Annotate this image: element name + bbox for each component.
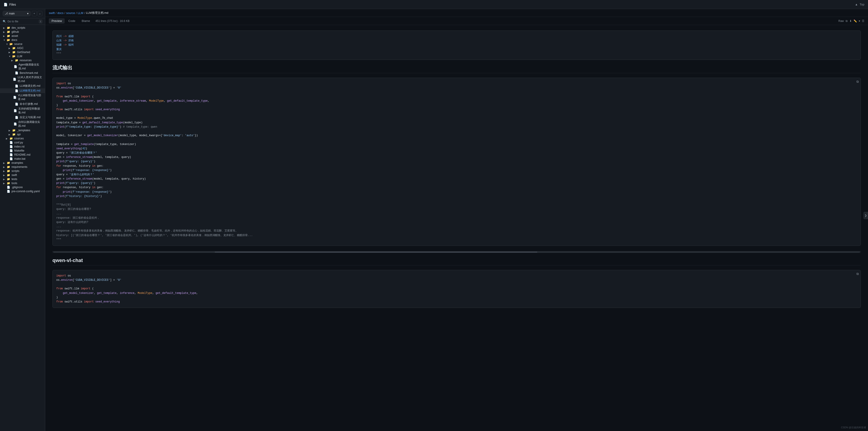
sidebar-item-label: requirements — [11, 165, 27, 168]
file-icon: 📄 — [15, 116, 18, 119]
sidebar-item-tools[interactable]: ▶ 📁 tools — [0, 181, 45, 185]
breadcrumb-filename: LLM推理文档.md — [86, 11, 108, 15]
go-to-file[interactable]: 🔍 Go to file t — [0, 18, 45, 25]
branch-selector[interactable]: ⎇ main ▾ — [3, 11, 31, 16]
folder-icon: 📁 — [7, 173, 10, 177]
sidebar-item-README[interactable]: ▶ 📄 README.md — [0, 153, 45, 157]
tab-code[interactable]: Code — [66, 18, 78, 24]
sidebar-item-index[interactable]: ▶ 📄 index.rst — [0, 144, 45, 148]
sidebar-item-cources[interactable]: ▶ 📁 cources — [0, 136, 45, 140]
copy-code-button-2[interactable]: ⧉ — [857, 272, 859, 276]
sidebar-item-conf[interactable]: ▶ 📄 conf.py — [0, 140, 45, 144]
chevron-right-icon: ▶ — [3, 170, 5, 172]
sidebar-item-label: 支持的模型和数据集.md — [18, 107, 43, 114]
folder-icon: 📁 — [7, 30, 10, 33]
sidebar-item-gitignore[interactable]: ▶ 📄 .gitignore — [0, 185, 45, 189]
sidebar-item-Agent[interactable]: ▶ 📄 Agent微调最佳实践.md — [0, 62, 45, 71]
copy-button[interactable]: ⧉ — [846, 20, 848, 23]
sidebar-item-LLMtrain[interactable]: ▶ 📄 LLM人类对齐训练文档.md — [0, 75, 45, 84]
sidebar-item-LLMpush[interactable]: ▶ 📄 LLM推理文档.md — [0, 88, 45, 93]
copy-code-button[interactable]: ⧉ — [857, 80, 859, 84]
breadcrumb-sep: / — [84, 11, 85, 15]
sidebar-item-custom[interactable]: ▶ 📄 自定义与拓展.md — [0, 115, 45, 120]
sidebar-item-label: LLM微调文档.md — [20, 84, 40, 88]
sidebar-item-api[interactable]: ▶ 📁 api — [0, 132, 45, 136]
sidebar-item-Benchmark[interactable]: ▶ 📄 Benchmark.md — [0, 71, 45, 75]
chevron-right-icon: ▶ — [8, 129, 11, 132]
file-icon: 📄 — [13, 78, 16, 81]
chevron-right-icon: ▶ — [11, 59, 13, 62]
sidebar-item-models[interactable]: ▶ 📄 支持的模型和数据集.md — [0, 106, 45, 115]
collapse-panel-button[interactable]: ❯ — [864, 212, 868, 219]
breadcrumb-LLM[interactable]: LLM — [78, 11, 83, 15]
folder-icon: 📁 — [12, 46, 16, 50]
sidebar-item-LLM[interactable]: ▼ 📂 LLM — [0, 54, 45, 58]
chevron-right-icon: ▶ — [3, 35, 5, 37]
sidebar: ⎇ main ▾ + ⌕ 🔍 Go to file t ▶ 📁 dev_scri… — [0, 9, 45, 431]
chevron-right-icon: ▶ — [3, 27, 5, 29]
sidebar-item-label: 自转以微调最佳实践.md — [18, 120, 43, 128]
add-file-button[interactable]: + — [32, 11, 37, 16]
tab-preview[interactable]: Preview — [49, 18, 65, 24]
sidebar-item-VLLM[interactable]: ▶ 📄 VLLM推理加速与部署.md — [0, 93, 45, 102]
sidebar-item-tests[interactable]: ▶ 📁 tests — [0, 177, 45, 181]
sidebar-item-label: VLLM推理加速与部署.md — [18, 94, 43, 101]
edit-button[interactable]: ✏️ — [854, 20, 857, 23]
sidebar-item-label: LLM推理文档.md — [20, 89, 40, 93]
sidebar-item-label: dev_scripts — [11, 26, 25, 29]
download-button[interactable]: ⬇ — [849, 20, 852, 23]
sidebar-item-requirements[interactable]: ▶ 📁 requirements — [0, 165, 45, 169]
list-button[interactable]: ☰ — [862, 20, 864, 23]
tab-blame[interactable]: Blame — [79, 18, 93, 24]
sidebar-item-scripts[interactable]: ▶ 📁 scripts — [0, 169, 45, 173]
sidebar-item-docs[interactable]: ▼ 📂 docs — [0, 38, 45, 42]
sidebar-item-resources[interactable]: ▶ 📁 resources — [0, 58, 45, 62]
sidebar-item-LLMmicro[interactable]: ▶ 📄 LLM微调文档.md — [0, 84, 45, 88]
sidebar-item-makebat[interactable]: ▶ 📄 make.bat — [0, 157, 45, 161]
file-icon: 📄 — [13, 109, 17, 112]
sidebar-header: ⎇ main ▾ + ⌕ — [0, 9, 45, 18]
top-link[interactable]: ▲ Top — [855, 3, 864, 6]
sidebar-item-GetStarted[interactable]: ▶ 📁 GetStarted — [0, 50, 45, 54]
breadcrumb-source[interactable]: source — [66, 11, 75, 15]
sidebar-item-examples[interactable]: ▶ 📁 examples — [0, 161, 45, 165]
sidebar-item-Makefile[interactable]: ▶ 📄 Makefile — [0, 148, 45, 153]
file-icon: 📄 — [9, 141, 13, 144]
sidebar-item-label: _templates — [17, 129, 30, 132]
sidebar-item-github[interactable]: ▶ 📁 github — [0, 30, 45, 34]
raw-button[interactable]: Raw — [838, 20, 844, 23]
folder-icon: 📁 — [7, 26, 10, 29]
sidebar-item-label: asset — [11, 34, 18, 37]
top-bar-title: 📄 Files — [4, 3, 16, 6]
app-title: Files — [9, 3, 16, 6]
folder-icon: 📁 — [15, 59, 18, 62]
sidebar-item-autofine[interactable]: ▶ 📄 自转以微调最佳实践.md — [0, 120, 45, 128]
breadcrumb-swift[interactable]: swift — [49, 11, 55, 15]
markdown-content: 四川 -> 成都 山东 -> 济南 福建 -> 福州 重庆 """ 流式输出 ⧉… — [45, 25, 868, 431]
search-shortcut: t — [39, 20, 42, 23]
sidebar-item-cli[interactable]: ▶ 📄 命令行参数.md — [0, 102, 45, 106]
sidebar-item-label: examples — [11, 161, 23, 164]
file-toolbar: Preview Code Blame 451 lines (375 loc) ·… — [45, 17, 868, 25]
search-label: Go to file — [7, 20, 18, 23]
sidebar-item-templates[interactable]: ▶ 📁 _templates — [0, 128, 45, 132]
file-icon: 📄 — [9, 153, 13, 156]
search-file-button[interactable]: ⌕ — [37, 11, 42, 16]
folder-open-icon: 📂 — [7, 38, 10, 41]
sidebar-item-swift[interactable]: ▶ 📁 swift — [0, 173, 45, 177]
folder-icon: 📁 — [7, 181, 10, 185]
breadcrumb-docs[interactable]: docs — [57, 11, 64, 15]
more-button[interactable]: ▾ — [859, 20, 860, 23]
sidebar-item-asset[interactable]: ▶ 📁 asset — [0, 34, 45, 38]
chevron-down-icon: ▾ — [27, 12, 29, 15]
folder-icon: 📁 — [12, 133, 16, 136]
sidebar-item-label: LLM — [17, 55, 22, 58]
sidebar-item-precommit[interactable]: ▶ 📄 pre-commit-config.yaml — [0, 189, 45, 193]
code-line: 重庆 — [56, 48, 62, 51]
sidebar-item-source[interactable]: ▼ 📂 source — [0, 42, 45, 46]
horizontal-scrollbar[interactable] — [53, 251, 861, 253]
sidebar-item-dev_scripts[interactable]: ▶ 📁 dev_scripts — [0, 26, 45, 30]
sidebar-item-AIGC[interactable]: ▶ 📁 AIGC — [0, 46, 45, 50]
intro-code-block: 四川 -> 成都 山东 -> 济南 福建 -> 福州 重庆 """ — [53, 31, 861, 60]
code-line: 山东 -> 济南 — [56, 39, 74, 42]
